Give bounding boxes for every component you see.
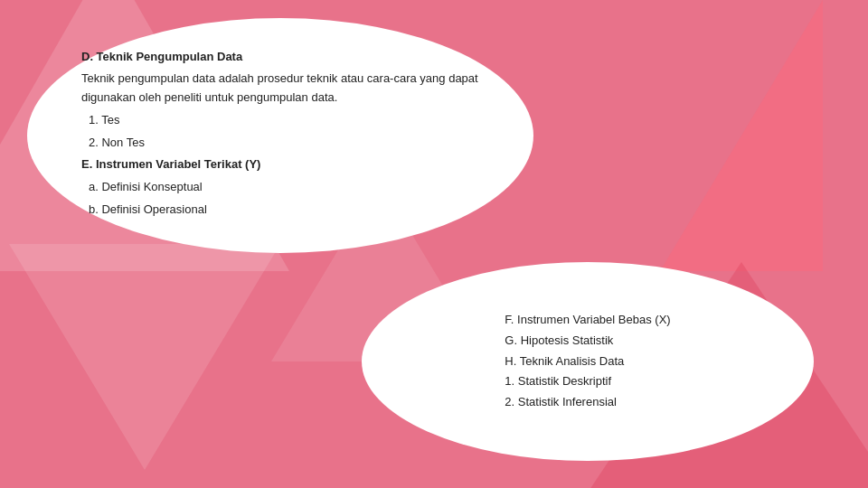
item-a: a. Definisi Konseptual	[89, 178, 479, 197]
bottom-line-3: H. Teknik Analisis Data	[505, 352, 670, 372]
bottom-card-content: F. Instrumen Variabel Bebas (X) G. Hipot…	[505, 310, 670, 413]
bg-triangle-3	[9, 244, 280, 470]
top-card-content: D. Teknik Pengumpulan Data Teknik pengum…	[81, 48, 479, 222]
list-item-2: 2. Non Tes	[89, 134, 479, 153]
bottom-line-4: 1. Statistik Deskriptif	[505, 371, 670, 392]
item-b: b. Definisi Operasional	[89, 201, 479, 220]
section-d-title: D. Teknik Pengumpulan Data	[81, 48, 479, 67]
section-e-title: E. Instrumen Variabel Terikat (Y)	[81, 155, 479, 174]
bottom-line-1: F. Instrumen Variabel Bebas (X)	[505, 310, 670, 331]
section-d-body: Teknik pengumpulan data adalah prosedur …	[81, 70, 479, 108]
top-card: D. Teknik Pengumpulan Data Teknik pengum…	[27, 18, 533, 253]
bottom-line-5: 2. Statistik Inferensial	[505, 392, 670, 413]
list-item-1: 1. Tes	[89, 111, 479, 130]
bg-triangle-2	[660, 0, 823, 271]
bottom-line-2: G. Hipotesis Statistik	[505, 331, 670, 352]
bottom-card: F. Instrumen Variabel Bebas (X) G. Hipot…	[362, 262, 814, 461]
